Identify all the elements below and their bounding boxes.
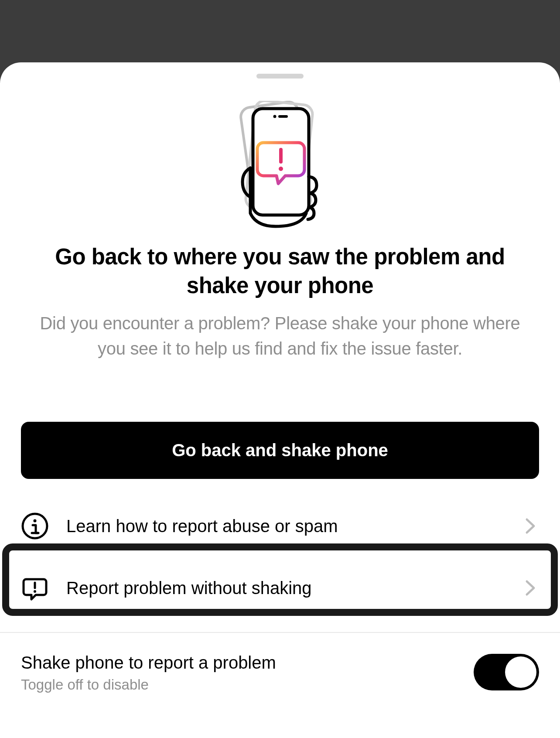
page-subtitle: Did you encounter a problem? Please shak… bbox=[39, 311, 521, 361]
report-icon bbox=[21, 574, 49, 602]
shake-toggle-switch[interactable] bbox=[474, 654, 539, 690]
svg-rect-4 bbox=[278, 115, 288, 118]
report-problem-without-shaking-row[interactable]: Report problem without shaking bbox=[21, 557, 539, 619]
svg-point-6 bbox=[279, 167, 283, 171]
toggle-text: Shake phone to report a problem Toggle o… bbox=[21, 651, 474, 693]
toggle-knob bbox=[505, 656, 536, 688]
page-title: Go back to where you saw the problem and… bbox=[22, 243, 538, 301]
go-back-shake-button[interactable]: Go back and shake phone bbox=[21, 422, 539, 479]
chevron-right-icon bbox=[521, 579, 539, 597]
shake-phone-illustration bbox=[232, 101, 328, 232]
drag-handle[interactable] bbox=[256, 74, 304, 79]
svg-point-11 bbox=[34, 590, 36, 593]
info-icon bbox=[21, 512, 49, 540]
row-label: Learn how to report abuse or spam bbox=[66, 516, 521, 536]
svg-point-8 bbox=[34, 519, 37, 523]
learn-report-abuse-row[interactable]: Learn how to report abuse or spam bbox=[21, 495, 539, 557]
toggle-title: Shake phone to report a problem bbox=[21, 651, 474, 674]
toggle-subtitle: Toggle off to disable bbox=[21, 676, 474, 693]
primary-button-label: Go back and shake phone bbox=[172, 441, 388, 460]
shake-toggle-row: Shake phone to report a problem Toggle o… bbox=[21, 651, 539, 693]
divider bbox=[0, 632, 560, 633]
bottom-sheet: Go back to where you saw the problem and… bbox=[0, 62, 560, 738]
svg-point-3 bbox=[273, 115, 277, 118]
chevron-right-icon bbox=[521, 517, 539, 535]
row-label: Report problem without shaking bbox=[66, 578, 521, 598]
